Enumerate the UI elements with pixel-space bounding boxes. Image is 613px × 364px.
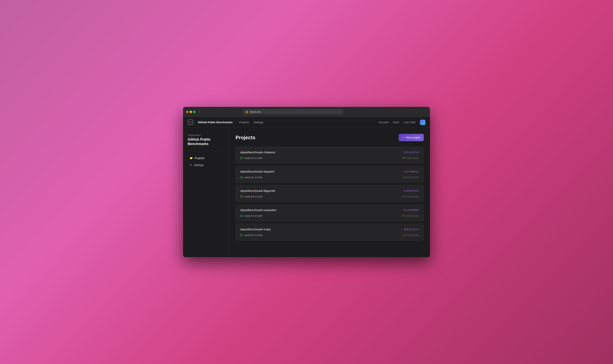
project-builds: 323 total builds: [402, 195, 419, 198]
breadcrumb-current: GitHub Public Benchmarks: [198, 121, 233, 124]
status-dot: [240, 215, 243, 217]
project-card-moby[interactable]: depot/benchmark-moby 4p0j514stn ready fo…: [236, 224, 424, 241]
status-dot: [240, 234, 243, 236]
project-status: ready for a build: [240, 214, 262, 217]
sidebar-nav: 📁 Projects ⚙ Settings: [188, 155, 224, 168]
project-card-top: depot/benchmark-flagsmith 019985n055: [240, 189, 419, 192]
projects-panel: Projects ＋ New project depot/benchmark-c…: [229, 128, 430, 257]
project-card-bottom: ready for a build 246 total builds: [240, 234, 419, 236]
nav-left: ⬡ › GitHub Public Benchmarks Projects Se…: [188, 120, 379, 125]
project-card-top: depot/benchmark-dispatch xxsts98tnp: [240, 170, 419, 173]
project-card-bottom: ready for a build 323 total builds: [240, 195, 419, 198]
status-label: ready for a build: [244, 234, 262, 236]
sidebar-settings-label: Settings: [194, 164, 204, 167]
breadcrumb-separator: ›: [195, 121, 196, 124]
plus-icon: ＋: [402, 136, 405, 139]
project-status: ready for a build: [240, 195, 262, 198]
back-button[interactable]: ‹: [198, 110, 201, 114]
close-button[interactable]: [186, 111, 188, 113]
nav-links: Projects Settings: [239, 121, 263, 124]
project-card-top: depot/benchmark-moby 4p0j514stn: [240, 228, 419, 231]
logo-symbol: ⬡: [189, 121, 192, 124]
settings-icon: ⚙: [190, 164, 192, 166]
status-dot: [240, 195, 243, 198]
project-builds: 284 total builds: [402, 214, 419, 217]
project-card-mastodon[interactable]: depot/benchmark-mastodon 9jt8f89940 read…: [236, 204, 424, 221]
status-label: ready for a build: [244, 195, 262, 198]
logo-icon: ⬡: [188, 120, 193, 125]
org-name: GitHub Public Benchmarks: [188, 137, 224, 146]
project-name: depot/benchmark-flagsmith: [240, 189, 275, 192]
user-avatar[interactable]: [420, 120, 425, 125]
project-card-bottom: ready for a build 306 total builds: [240, 156, 419, 159]
fullscreen-button[interactable]: [193, 111, 195, 113]
projects-title: Projects: [236, 135, 255, 141]
status-label: ready for a build: [244, 156, 262, 159]
project-status: ready for a build: [240, 156, 262, 159]
project-id: 9jt8f89940: [404, 208, 419, 211]
project-name: depot/benchmark-moby: [240, 228, 271, 231]
org-label: Organization: [188, 134, 224, 137]
nav-link-settings[interactable]: Settings: [254, 121, 264, 124]
main-content: Organization GitHub Public Benchmarks 📁 …: [183, 128, 430, 257]
status-label: ready for a build: [244, 214, 262, 217]
browser-chrome: ‹ 🔒 depot.dev ···: [183, 107, 430, 117]
nav-livechat-link[interactable]: Live Chat: [404, 121, 415, 124]
nav-right: Account Docs Live Chat: [379, 120, 425, 125]
address-bar[interactable]: 🔒 depot.dev: [243, 109, 343, 114]
browser-menu-button[interactable]: ···: [424, 110, 427, 114]
status-dot: [240, 176, 243, 179]
app-layout: ⬡ › GitHub Public Benchmarks Projects Se…: [183, 117, 430, 257]
status-label: ready for a build: [244, 176, 262, 179]
nav-docs-link[interactable]: Docs: [393, 121, 399, 124]
new-project-label: New project: [406, 136, 420, 139]
nav-account-link[interactable]: Account: [379, 121, 389, 124]
project-id: 019985n055: [404, 189, 419, 192]
project-builds: 306 total builds: [402, 156, 419, 159]
project-name: depot/benchmark-dispatch: [240, 170, 275, 173]
url-text: depot.dev: [250, 110, 261, 113]
project-card-bottom: ready for a build 284 total builds: [240, 214, 419, 217]
project-card-bottom: ready for a build 140 total builds: [240, 176, 419, 179]
project-status: ready for a build: [240, 176, 262, 179]
minimize-button[interactable]: [190, 111, 192, 113]
nav-link-projects[interactable]: Projects: [239, 121, 249, 124]
project-name: depot/benchmark-chatwoot: [240, 151, 275, 154]
browser-window: ‹ 🔒 depot.dev ··· ⬡ › GitHub Public Benc…: [183, 107, 430, 257]
new-project-button[interactable]: ＋ New project: [399, 134, 424, 141]
project-builds: 246 total builds: [402, 234, 419, 236]
project-status: ready for a build: [240, 234, 262, 236]
project-name: depot/benchmark-mastodon: [240, 208, 276, 212]
sidebar: Organization GitHub Public Benchmarks 📁 …: [183, 128, 229, 257]
project-id: 0z5jdx9fx0: [404, 151, 419, 154]
traffic-lights: [186, 111, 195, 113]
status-dot: [240, 157, 243, 159]
folder-icon: 📁: [190, 156, 193, 159]
lock-icon: 🔒: [246, 111, 248, 113]
top-nav: ⬡ › GitHub Public Benchmarks Projects Se…: [183, 117, 430, 128]
sidebar-projects-label: Projects: [195, 156, 205, 160]
project-id: 4p0j514stn: [404, 228, 419, 231]
project-builds: 140 total builds: [402, 176, 419, 179]
project-card-flagsmith[interactable]: depot/benchmark-flagsmith 019985n055 rea…: [236, 185, 424, 202]
sidebar-item-settings[interactable]: ⚙ Settings: [188, 162, 224, 168]
project-card-top: depot/benchmark-chatwoot 0z5jdx9fx0: [240, 151, 419, 154]
project-id: xxsts98tnp: [404, 170, 419, 173]
projects-header: Projects ＋ New project: [236, 134, 424, 141]
project-card-dispatch[interactable]: depot/benchmark-dispatch xxsts98tnp read…: [236, 166, 424, 183]
project-card-chatwoot[interactable]: depot/benchmark-chatwoot 0z5jdx9fx0 read…: [236, 147, 424, 164]
sidebar-item-projects[interactable]: 📁 Projects: [188, 155, 224, 161]
project-card-top: depot/benchmark-mastodon 9jt8f89940: [240, 208, 419, 212]
